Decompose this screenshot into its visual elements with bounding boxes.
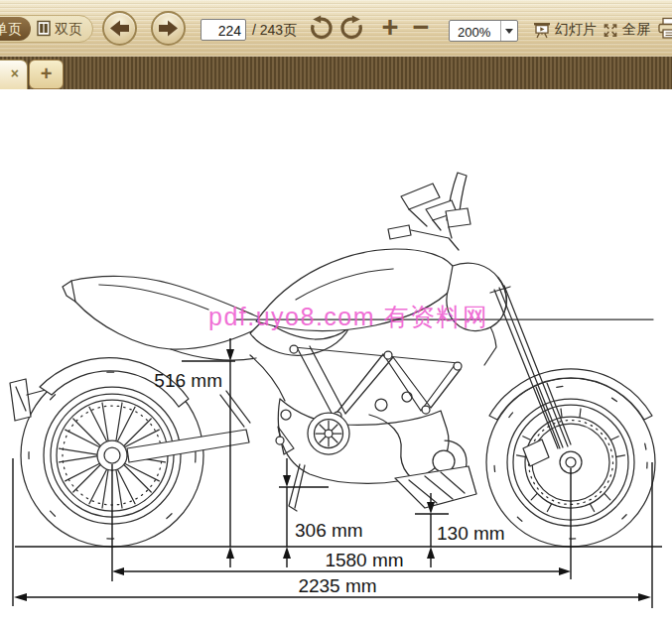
- slideshow-button[interactable]: 幻灯片: [533, 21, 597, 39]
- arrow-right-icon: [151, 11, 186, 46]
- motorcycle-drawing: 516 mm 306 mm 130 mm 1580 mm 2235 mm pdf…: [0, 89, 672, 626]
- tab-close-button[interactable]: ×: [11, 66, 19, 80]
- page-number-input[interactable]: 224: [201, 19, 246, 41]
- tab-bar: × +: [0, 57, 672, 89]
- dim-overall-length: 2235 mm: [298, 575, 376, 596]
- zoom-out-button[interactable]: −: [407, 12, 435, 40]
- dim-seat-height: 516 mm: [154, 370, 222, 391]
- dim-mid-height: 306 mm: [295, 520, 363, 541]
- rotate-ccw-icon: [307, 15, 334, 42]
- dim-wheelbase: 1580 mm: [325, 550, 403, 570]
- frame-trellis: [290, 345, 462, 420]
- front-fender: [489, 369, 652, 420]
- swingarm: [127, 391, 250, 462]
- document-page[interactable]: 516 mm 306 mm 130 mm 1580 mm 2235 mm pdf…: [0, 89, 672, 626]
- double-page-button[interactable]: 双页: [37, 20, 82, 40]
- front-fork: [490, 286, 571, 448]
- previous-page-button[interactable]: [102, 11, 137, 46]
- print-button[interactable]: [657, 17, 672, 44]
- watermark-text: pdf.uyo8.com 有资料网: [208, 303, 489, 330]
- rear-bracket: [10, 379, 31, 421]
- printer-icon: [657, 17, 672, 40]
- fullscreen-label: 全屏: [622, 21, 650, 39]
- fullscreen-button[interactable]: 全屏: [603, 21, 650, 39]
- zoom-in-button[interactable]: +: [376, 12, 404, 40]
- rotate-cw-icon: [339, 15, 366, 42]
- zoom-level-value: 200%: [458, 25, 490, 40]
- double-page-label: 双页: [55, 21, 82, 39]
- dim-ground-clearance: 130 mm: [437, 523, 505, 544]
- next-page-button[interactable]: [151, 11, 186, 46]
- page-total-label: / 243页: [252, 22, 297, 40]
- double-page-icon: [37, 20, 51, 40]
- rotate-ccw-button[interactable]: [306, 15, 334, 43]
- rotate-cw-button[interactable]: [338, 15, 366, 43]
- arrow-left-icon: [102, 11, 137, 46]
- toolbar: 单页 双页 224 / 243页 + − 200%: [0, 0, 672, 58]
- new-tab-button[interactable]: +: [29, 60, 64, 89]
- slideshow-icon: [533, 22, 551, 39]
- page-mode-group: 单页 双页: [0, 15, 93, 43]
- pdf-reader-window: { "toolbar": { "single_page": "单页", "dou…: [0, 0, 672, 626]
- zoom-level-select[interactable]: 200%: [449, 20, 518, 42]
- chevron-down-icon[interactable]: [500, 21, 517, 41]
- single-page-button[interactable]: 单页: [0, 17, 31, 41]
- document-tab[interactable]: ×: [0, 60, 28, 90]
- fullscreen-icon: [603, 23, 618, 38]
- slideshow-label: 幻灯片: [555, 21, 597, 39]
